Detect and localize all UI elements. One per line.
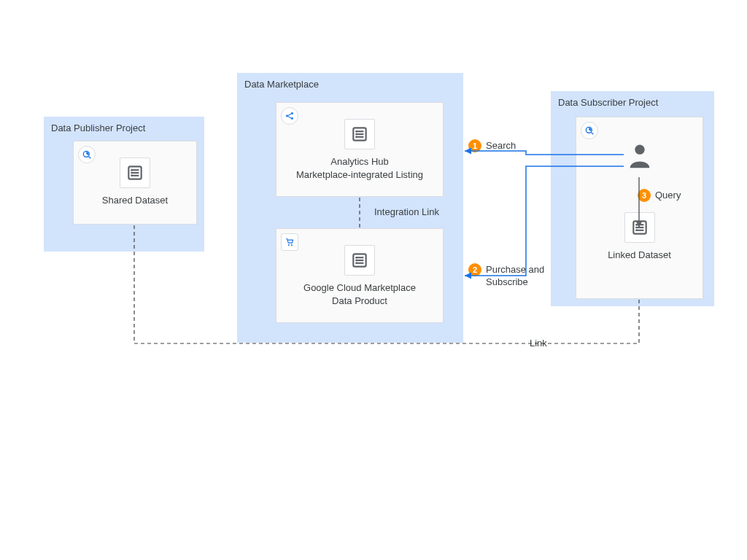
svg-point-19: [355, 133, 357, 136]
card-subscriber: Linked Dataset: [576, 117, 703, 299]
card-gcm-product-label: Google Cloud Marketplace Data Product: [284, 281, 436, 307]
label-integration-link: Integration Link: [374, 206, 439, 217]
bigquery-icon: [78, 146, 96, 163]
cart-icon: [281, 233, 298, 251]
svg-point-28: [355, 260, 357, 262]
svg-line-31: [592, 133, 594, 135]
svg-point-39: [635, 229, 638, 231]
label-query: Query: [655, 190, 681, 201]
panel-subscriber-title: Data Subscriber Project: [558, 97, 707, 108]
bigquery-icon: [581, 122, 598, 139]
svg-point-18: [355, 131, 357, 133]
panel-marketplace-title: Data Marketplace: [244, 79, 456, 90]
card-shared-dataset: Shared Dataset: [73, 141, 197, 225]
svg-point-37: [635, 224, 638, 226]
svg-point-6: [131, 169, 133, 171]
svg-point-8: [131, 174, 133, 176]
panel-publisher: Data Publisher Project: [44, 117, 204, 252]
dataset-icon: [120, 158, 150, 188]
linked-dataset-icon: [624, 212, 655, 243]
svg-point-38: [635, 227, 638, 229]
card-analytics-hub: Analytics Hub Marketplace-integrated Lis…: [276, 102, 444, 197]
svg-line-1: [89, 157, 91, 159]
product-icon: [344, 245, 375, 276]
svg-line-12: [288, 114, 292, 115]
label-search: Search: [486, 140, 516, 151]
step-badge-2: 2: [468, 263, 481, 276]
svg-point-29: [355, 262, 357, 264]
svg-point-27: [355, 257, 357, 259]
share-icon: [281, 107, 298, 125]
card-shared-dataset-label: Shared Dataset: [81, 194, 189, 207]
svg-point-20: [355, 136, 357, 138]
listing-icon: [344, 119, 375, 149]
svg-point-21: [288, 244, 290, 246]
panel-subscriber: Data Subscriber Project: [551, 91, 714, 306]
card-linked-dataset-label: Linked Dataset: [584, 249, 695, 262]
svg-line-13: [288, 117, 292, 118]
label-purchase-subscribe: Purchase and Subscribe: [486, 264, 559, 289]
step-badge-1: 1: [468, 139, 481, 152]
panel-publisher-title: Data Publisher Project: [51, 122, 197, 133]
user-icon: [625, 139, 654, 172]
label-link: Link: [530, 338, 547, 349]
svg-point-32: [635, 145, 644, 155]
diagram-canvas: Data Publisher Project: [0, 0, 747, 560]
svg-point-22: [291, 244, 293, 246]
card-analytics-hub-label: Analytics Hub Marketplace-integrated Lis…: [284, 155, 436, 181]
step-badge-3: 3: [638, 189, 651, 202]
card-gcm-product: Google Cloud Marketplace Data Product: [276, 228, 444, 323]
svg-point-7: [131, 172, 133, 174]
